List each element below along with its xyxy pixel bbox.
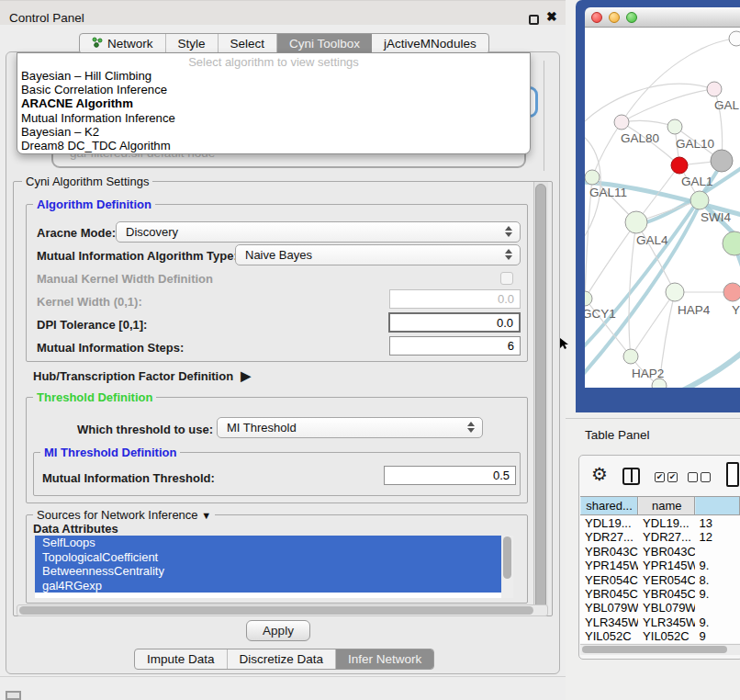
table-row[interactable]: YBR045CYBR045C9. <box>580 587 740 601</box>
tab-discretize-data[interactable]: Discretize Data <box>228 649 337 669</box>
tab-style[interactable]: Style <box>166 34 219 53</box>
float-icon[interactable] <box>529 15 539 25</box>
network-node-hap4[interactable] <box>666 283 684 301</box>
network-node-hap2[interactable] <box>623 349 638 364</box>
settings-horizontal-scrollbar-thumb[interactable] <box>19 606 533 615</box>
network-node-gal11[interactable] <box>585 170 600 185</box>
mouse-cursor <box>560 338 568 349</box>
table-row[interactable]: YDR27...YDR27...12 <box>580 530 740 544</box>
hub-definition-expander[interactable]: Hub/Transcription Factor Definition▶ <box>33 368 251 383</box>
table-row[interactable]: YER054CYER054C8. <box>580 573 740 587</box>
data-attributes-list[interactable]: SelfLoopsTopologicalCoefficientBetweenne… <box>35 536 513 598</box>
page-icon[interactable] <box>726 462 739 487</box>
aracne-mode-select[interactable]: Discovery <box>116 221 521 243</box>
mi-threshold-field[interactable] <box>384 466 516 485</box>
network-node-gcy1[interactable] <box>585 291 592 306</box>
checked-column-icon[interactable]: ✔ <box>667 472 678 482</box>
network-node-gal1[interactable] <box>671 157 688 174</box>
which-threshold-select[interactable]: MI Threshold <box>217 417 483 438</box>
sources-title[interactable]: Sources for Network Inference ▼ <box>33 508 215 522</box>
network-node-gal[interactable] <box>707 82 722 96</box>
dropdown-item-basic-correlation-inference[interactable]: Basic Correlation Inference <box>17 83 530 96</box>
network-edge[interactable] <box>592 122 622 177</box>
table-cell <box>695 601 740 615</box>
control-panel-titlebar: Control Panel ✖ <box>0 0 566 25</box>
tab-cyni-toolbox[interactable]: Cyni Toolbox <box>277 34 372 53</box>
close-traffic-light-icon[interactable] <box>591 12 602 23</box>
unchecked-column-icon[interactable] <box>688 472 698 482</box>
tab-network[interactable]: Network <box>80 34 166 53</box>
manual-kernel-checkbox[interactable] <box>500 272 513 285</box>
table-row[interactable]: YBL079WYBL079W <box>580 601 740 615</box>
panel-divider <box>0 676 566 677</box>
column-browser-icon[interactable] <box>622 468 640 485</box>
gear-icon[interactable]: ⚙ <box>591 465 608 483</box>
network-edge[interactable] <box>585 84 714 127</box>
tab-impute-data[interactable]: Impute Data <box>135 649 228 669</box>
network-node[interactable] <box>729 31 740 46</box>
tab-jactivemnodules[interactable]: jActiveMNodules <box>372 34 488 53</box>
network-edge[interactable] <box>585 222 636 299</box>
table-cell: YDL19... <box>580 516 638 530</box>
network-node-y[interactable] <box>723 283 740 301</box>
dpi-tolerance-field[interactable] <box>388 312 521 333</box>
column-header-2[interactable] <box>695 497 740 514</box>
algorithm-definition-title: Algorithm Definition <box>33 198 155 211</box>
network-edge-highlighted[interactable] <box>673 349 740 388</box>
network-node-gal10[interactable] <box>667 119 682 134</box>
table-row[interactable]: YDL19...YDL19...13 <box>580 516 740 530</box>
sources-title-label: Sources for Network Inference <box>37 508 198 522</box>
network-node-swi4[interactable] <box>690 191 709 209</box>
table-row[interactable]: YIL052CYIL052C9 <box>580 629 740 643</box>
threshold-definition-title: Threshold Definition <box>33 390 156 404</box>
dropdown-item-bayesian-hill-climbing[interactable]: Bayesian – Hill Climbing <box>17 69 530 83</box>
dpi-tolerance-label: DPI Tolerance [0,1]: <box>37 318 147 332</box>
apply-button[interactable]: Apply <box>246 620 310 641</box>
network-node[interactable] <box>723 231 740 255</box>
tab-infer-network[interactable]: Infer Network <box>336 649 433 669</box>
table-cell: YBL079W <box>580 601 638 615</box>
table-cell: YDR27... <box>580 530 638 544</box>
mi-type-select[interactable]: Naive Bayes <box>235 244 521 265</box>
table-cell: 12 <box>695 530 740 544</box>
checked-column-icon[interactable]: ✔ <box>655 472 665 482</box>
minimized-panel-icon[interactable] <box>6 691 21 700</box>
network-view-canvas[interactable]: GALGAL80GAL10GAL1GAL11SWI4GAL4GCY1HAP4YH… <box>585 28 740 388</box>
zoom-traffic-light-icon[interactable] <box>626 12 637 23</box>
network-node-gal4[interactable] <box>625 211 647 233</box>
table-row[interactable]: YBR043CYBR043C <box>580 545 740 559</box>
dropdown-item-aracne-algorithm[interactable]: ARACNE Algorithm <box>17 96 530 110</box>
attributes-scrollbar-thumb[interactable] <box>503 536 511 579</box>
kernel-width-field[interactable] <box>389 289 521 309</box>
table-cell: 9. <box>695 615 740 629</box>
table-row[interactable]: YLR345WYLR345W9. <box>580 615 740 629</box>
network-edge[interactable] <box>622 89 714 122</box>
column-header-name[interactable]: name <box>638 497 695 514</box>
network-edge[interactable] <box>622 120 675 127</box>
dropdown-item-dream8-dc-tdc-algorithm[interactable]: Dream8 DC_TDC Algorithm <box>17 139 530 152</box>
minimize-traffic-light-icon[interactable] <box>609 12 620 23</box>
mi-type-value: Naive Bayes <box>245 248 312 262</box>
attribute-item-betweennesscentrality[interactable]: BetweennessCentrality <box>35 564 501 579</box>
close-icon[interactable]: ✖ <box>546 9 557 24</box>
table-cell: YBR045C <box>580 587 638 601</box>
network-node-gal80[interactable] <box>614 115 629 130</box>
algorithm-dropdown-popup: Select algorithm to view settings Bayesi… <box>17 52 531 154</box>
network-node[interactable] <box>711 150 733 172</box>
dropdown-item-mutual-information-inference[interactable]: Mutual Information Inference <box>17 111 530 125</box>
tab-select[interactable]: Select <box>219 34 278 53</box>
table-row[interactable]: YPR145WYPR145W9. <box>580 559 740 572</box>
column-header-shared[interactable]: shared... <box>580 497 638 514</box>
settings-vertical-scrollbar-thumb[interactable] <box>535 184 546 612</box>
attribute-item-gal4rgexp[interactable]: gal4RGexp <box>35 579 501 593</box>
collapse-down-icon: ▼ <box>201 510 211 521</box>
unchecked-column-icon[interactable] <box>701 472 711 482</box>
bottom-tab-strip: Impute DataDiscretize DataInfer Network <box>134 649 434 670</box>
table-horizontal-scrollbar-thumb[interactable] <box>582 646 727 653</box>
mi-steps-field[interactable] <box>389 336 521 356</box>
attribute-item-topologicalcoefficient[interactable]: TopologicalCoefficient <box>35 550 501 565</box>
node-label-gal4: GAL4 <box>636 233 668 247</box>
attribute-item-selfloops[interactable]: SelfLoops <box>35 536 501 550</box>
dropdown-item-bayesian-k2[interactable]: Bayesian – K2 <box>17 125 530 139</box>
table-rows[interactable]: YDL19...YDL19...13YDR27...YDR27...12YBR0… <box>580 516 740 643</box>
